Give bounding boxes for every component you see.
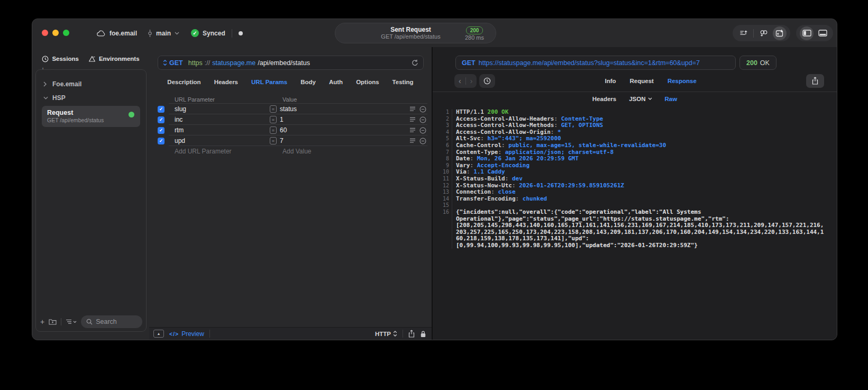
add-param-row[interactable]: Add URL Parameter Add Value — [158, 146, 427, 157]
response-tab-response[interactable]: Response — [668, 78, 697, 84]
tab-sessions[interactable]: Sessions — [42, 56, 79, 62]
request-method[interactable]: GET — [169, 59, 183, 67]
add-param-name-placeholder[interactable]: Add URL Parameter — [175, 148, 270, 155]
header-value: close — [498, 188, 515, 195]
updown-chevrons-icon — [393, 331, 397, 337]
param-name-field[interactable]: upd — [175, 137, 270, 144]
zoom-window-button[interactable] — [63, 30, 69, 36]
header-value: dev — [512, 175, 523, 182]
request-url-bar[interactable]: GET https://statuspage.me/api/embed/stat… — [158, 56, 424, 70]
add-item-button[interactable]: + — [40, 318, 44, 325]
method-selector-icon[interactable] — [163, 60, 167, 66]
code-text: : — [470, 162, 477, 169]
branch-name[interactable]: main — [156, 30, 171, 37]
param-value-field[interactable]: 7 — [280, 137, 284, 144]
request-duration: 280 ms — [456, 34, 492, 41]
tree-group-hsp[interactable]: HSP — [39, 91, 143, 105]
code-text: 203,257,225,165,250,173,204,223,158,208,… — [456, 229, 824, 235]
param-value-field[interactable]: 60 — [280, 126, 287, 134]
response-subtab-json[interactable]: JSON — [629, 96, 652, 102]
request-tab-auth[interactable]: Auth — [329, 79, 343, 85]
param-checkbox[interactable]: ✓ — [158, 116, 165, 123]
toggle-sidebar-button[interactable] — [800, 26, 814, 40]
protocol-selector[interactable]: HTTP — [375, 331, 397, 337]
param-actions — [409, 138, 426, 144]
response-raw-view[interactable]: 1HTTP/1.1 200 OK2Access-Control-Allow-He… — [433, 105, 837, 340]
chevron-down-icon[interactable] — [175, 32, 179, 35]
param-name-field[interactable]: rtm — [175, 126, 270, 134]
response-tab-request[interactable]: Request — [630, 78, 654, 84]
request-tabs: DescriptionHeadersURL ParamsBodyAuthOpti… — [149, 71, 432, 93]
reorder-handle-icon[interactable] — [409, 138, 416, 143]
request-tab-options[interactable]: Options — [356, 79, 379, 85]
param-checkbox[interactable]: ✓ — [158, 138, 165, 144]
response-subtabs: HeadersJSONRaw — [433, 92, 837, 105]
param-value-field[interactable]: status — [280, 105, 297, 113]
expand-panel-button[interactable]: ▲ — [153, 330, 164, 338]
sort-options-button[interactable] — [66, 319, 77, 324]
import-export-button[interactable] — [736, 26, 750, 40]
remove-param-button[interactable] — [419, 138, 426, 144]
new-folder-icon[interactable] — [49, 319, 57, 325]
param-name-field[interactable]: slug — [175, 105, 270, 113]
sent-request-subtitle: GET /api/embed/status — [365, 33, 456, 40]
project-name[interactable]: foe.email — [109, 30, 137, 37]
response-subtab-raw[interactable]: Raw — [665, 96, 678, 102]
request-tab-body[interactable]: Body — [300, 79, 316, 85]
sync-status[interactable]: Synced — [203, 30, 225, 37]
reorder-handle-icon[interactable] — [409, 106, 416, 112]
record-dot-icon[interactable] — [239, 31, 243, 35]
remove-param-button[interactable] — [419, 106, 426, 113]
toggle-bottom-panel-button[interactable] — [816, 26, 829, 40]
resend-request-button[interactable] — [412, 59, 418, 66]
header-value: public, max-age=15, stale-while-revalida… — [508, 142, 666, 149]
close-window-button[interactable] — [42, 30, 48, 36]
lock-icon[interactable] — [420, 330, 426, 338]
share-icon[interactable] — [408, 330, 415, 338]
chevron-down-icon — [73, 321, 77, 323]
sync-loop-button[interactable] — [757, 26, 771, 40]
sidebar-footer: + — [40, 315, 142, 329]
code-text: : — [516, 195, 523, 202]
param-checkbox[interactable]: ✓ — [158, 127, 165, 134]
response-subtab-headers[interactable]: Headers — [592, 96, 616, 102]
reorder-handle-icon[interactable] — [409, 117, 416, 122]
line-content: Transfer-Encoding: chunked — [456, 196, 547, 203]
header-value: Content-Type — [561, 115, 603, 122]
code-text: : — [498, 149, 505, 156]
reorder-handle-icon[interactable] — [409, 128, 416, 133]
add-param-value-placeholder[interactable]: Add Value — [270, 148, 312, 155]
request-status-pill[interactable]: Sent Request GET /api/embed/status 200 2… — [335, 23, 496, 43]
minimize-window-button[interactable] — [52, 30, 59, 36]
equals-icon: = — [270, 105, 277, 113]
back-button[interactable]: ‹ — [459, 77, 461, 85]
footer-divider — [209, 330, 210, 338]
tree-group-label: HSP — [52, 94, 66, 102]
tab-environments[interactable]: Environments — [88, 56, 140, 62]
history-button[interactable] — [479, 74, 495, 88]
param-value-field[interactable]: 1 — [280, 116, 284, 123]
forward-button[interactable]: › — [470, 77, 473, 85]
search-input[interactable]: Search — [81, 315, 142, 328]
response-status-text: OK — [760, 59, 770, 67]
remove-param-button[interactable] — [419, 116, 426, 123]
code-line-body: [0,99.94,100,99.93,99.98,99.95,100],"upd… — [433, 242, 837, 249]
request-tab-description[interactable]: Description — [167, 79, 200, 85]
capture-window-button[interactable] — [773, 26, 787, 40]
request-tab-url-params[interactable]: URL Params — [251, 79, 287, 85]
export-response-button[interactable] — [806, 74, 824, 88]
request-tab-testing[interactable]: Testing — [392, 79, 414, 85]
response-tab-info[interactable]: Info — [605, 78, 616, 84]
param-checkbox[interactable]: ✓ — [158, 106, 165, 113]
remove-param-button[interactable] — [419, 127, 426, 134]
column-header-value: Value — [270, 96, 297, 103]
tree-group-foe-email[interactable]: Foe.email — [39, 77, 143, 91]
preview-button[interactable]: </> Preview — [169, 330, 204, 338]
line-number: 5 — [433, 135, 452, 142]
param-name-field[interactable]: inc — [175, 116, 270, 123]
group-divider — [753, 29, 754, 38]
sent-request-url-box[interactable]: GET https://statuspage.me/api/embed/stat… — [455, 56, 736, 70]
request-list-item[interactable]: Request GET /api/embed/status — [42, 106, 140, 127]
request-tab-headers[interactable]: Headers — [214, 79, 238, 85]
param-actions — [409, 116, 426, 123]
